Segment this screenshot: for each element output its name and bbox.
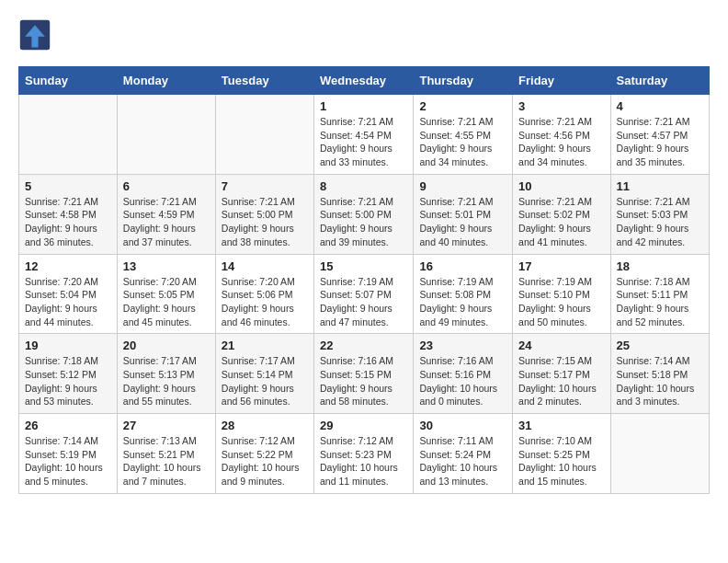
day-number: 16 (419, 259, 506, 273)
calendar-week-row: 12Sunrise: 7:20 AM Sunset: 5:04 PM Dayli… (19, 254, 710, 334)
calendar-week-row: 19Sunrise: 7:18 AM Sunset: 5:12 PM Dayli… (19, 334, 710, 414)
cell-info: Sunrise: 7:21 AM Sunset: 4:54 PM Dayligh… (320, 115, 407, 169)
day-number: 27 (123, 419, 210, 432)
calendar-cell: 10Sunrise: 7:21 AM Sunset: 5:02 PM Dayli… (513, 174, 610, 254)
day-number: 19 (25, 339, 111, 352)
calendar-cell: 2Sunrise: 7:21 AM Sunset: 4:55 PM Daylig… (414, 95, 513, 175)
cell-info: Sunrise: 7:18 AM Sunset: 5:12 PM Dayligh… (25, 354, 111, 408)
calendar-week-row: 1Sunrise: 7:21 AM Sunset: 4:54 PM Daylig… (19, 95, 710, 175)
cell-info: Sunrise: 7:14 AM Sunset: 5:18 PM Dayligh… (617, 354, 703, 408)
day-number: 29 (320, 419, 407, 432)
calendar-cell: 13Sunrise: 7:20 AM Sunset: 5:05 PM Dayli… (117, 254, 215, 334)
calendar-cell: 25Sunrise: 7:14 AM Sunset: 5:18 PM Dayli… (610, 334, 709, 414)
day-number: 14 (222, 259, 308, 273)
cell-info: Sunrise: 7:16 AM Sunset: 5:16 PM Dayligh… (419, 354, 506, 408)
day-number: 8 (320, 179, 407, 193)
calendar-cell (19, 95, 118, 175)
calendar-header-monday: Monday (117, 67, 215, 95)
day-number: 24 (518, 339, 604, 352)
cell-info: Sunrise: 7:12 AM Sunset: 5:22 PM Dayligh… (222, 434, 308, 488)
calendar-cell: 11Sunrise: 7:21 AM Sunset: 5:03 PM Dayli… (610, 174, 709, 254)
calendar-cell: 7Sunrise: 7:21 AM Sunset: 5:00 PM Daylig… (215, 174, 313, 254)
calendar-cell: 6Sunrise: 7:21 AM Sunset: 4:59 PM Daylig… (117, 174, 215, 254)
calendar-cell: 23Sunrise: 7:16 AM Sunset: 5:16 PM Dayli… (414, 334, 513, 414)
calendar-cell: 20Sunrise: 7:17 AM Sunset: 5:13 PM Dayli… (117, 334, 215, 414)
day-number: 22 (320, 339, 407, 352)
cell-info: Sunrise: 7:21 AM Sunset: 4:55 PM Dayligh… (419, 115, 506, 169)
calendar-cell: 8Sunrise: 7:21 AM Sunset: 5:00 PM Daylig… (314, 174, 414, 254)
day-number: 30 (419, 419, 506, 432)
calendar-cell: 30Sunrise: 7:11 AM Sunset: 5:24 PM Dayli… (414, 414, 513, 494)
day-number: 20 (123, 339, 210, 352)
calendar-cell: 15Sunrise: 7:19 AM Sunset: 5:07 PM Dayli… (314, 254, 414, 334)
cell-info: Sunrise: 7:21 AM Sunset: 4:57 PM Dayligh… (617, 115, 703, 169)
day-number: 23 (419, 339, 506, 352)
cell-info: Sunrise: 7:21 AM Sunset: 5:00 PM Dayligh… (222, 195, 308, 249)
calendar-cell: 19Sunrise: 7:18 AM Sunset: 5:12 PM Dayli… (19, 334, 118, 414)
day-number: 1 (320, 99, 407, 113)
day-number: 17 (518, 259, 604, 273)
calendar-cell: 31Sunrise: 7:10 AM Sunset: 5:25 PM Dayli… (513, 414, 610, 494)
calendar-cell: 27Sunrise: 7:13 AM Sunset: 5:21 PM Dayli… (117, 414, 215, 494)
cell-info: Sunrise: 7:13 AM Sunset: 5:21 PM Dayligh… (123, 434, 210, 488)
day-number: 26 (25, 419, 111, 432)
cell-info: Sunrise: 7:19 AM Sunset: 5:10 PM Dayligh… (518, 275, 604, 329)
cell-info: Sunrise: 7:21 AM Sunset: 4:59 PM Dayligh… (123, 195, 210, 249)
calendar-cell: 4Sunrise: 7:21 AM Sunset: 4:57 PM Daylig… (610, 95, 709, 175)
day-number: 7 (222, 179, 308, 193)
cell-info: Sunrise: 7:19 AM Sunset: 5:08 PM Dayligh… (419, 275, 506, 329)
calendar-cell: 24Sunrise: 7:15 AM Sunset: 5:17 PM Dayli… (513, 334, 610, 414)
cell-info: Sunrise: 7:18 AM Sunset: 5:11 PM Dayligh… (617, 275, 703, 329)
calendar-cell: 9Sunrise: 7:21 AM Sunset: 5:01 PM Daylig… (414, 174, 513, 254)
calendar-cell (215, 95, 313, 175)
cell-info: Sunrise: 7:15 AM Sunset: 5:17 PM Dayligh… (518, 354, 604, 408)
cell-info: Sunrise: 7:21 AM Sunset: 5:01 PM Dayligh… (419, 195, 506, 249)
calendar-week-row: 5Sunrise: 7:21 AM Sunset: 4:58 PM Daylig… (19, 174, 710, 254)
cell-info: Sunrise: 7:12 AM Sunset: 5:23 PM Dayligh… (320, 434, 407, 488)
cell-info: Sunrise: 7:21 AM Sunset: 4:56 PM Dayligh… (518, 115, 604, 169)
cell-info: Sunrise: 7:17 AM Sunset: 5:14 PM Dayligh… (222, 354, 308, 408)
calendar-cell: 5Sunrise: 7:21 AM Sunset: 4:58 PM Daylig… (19, 174, 118, 254)
day-number: 4 (617, 99, 703, 113)
cell-info: Sunrise: 7:19 AM Sunset: 5:07 PM Dayligh… (320, 275, 407, 329)
day-number: 18 (617, 259, 703, 273)
calendar-cell: 18Sunrise: 7:18 AM Sunset: 5:11 PM Dayli… (610, 254, 709, 334)
calendar-cell: 21Sunrise: 7:17 AM Sunset: 5:14 PM Dayli… (215, 334, 313, 414)
cell-info: Sunrise: 7:11 AM Sunset: 5:24 PM Dayligh… (419, 434, 506, 488)
cell-info: Sunrise: 7:21 AM Sunset: 5:00 PM Dayligh… (320, 195, 407, 249)
cell-info: Sunrise: 7:10 AM Sunset: 5:25 PM Dayligh… (518, 434, 604, 488)
day-number: 12 (25, 259, 111, 273)
day-number: 3 (518, 99, 604, 113)
calendar-table: SundayMondayTuesdayWednesdayThursdayFrid… (18, 66, 710, 494)
calendar-header-tuesday: Tuesday (215, 67, 313, 95)
cell-info: Sunrise: 7:20 AM Sunset: 5:06 PM Dayligh… (222, 275, 308, 329)
cell-info: Sunrise: 7:21 AM Sunset: 4:58 PM Dayligh… (25, 195, 111, 249)
cell-info: Sunrise: 7:20 AM Sunset: 5:05 PM Dayligh… (123, 275, 210, 329)
day-number: 11 (617, 179, 703, 193)
calendar-cell: 22Sunrise: 7:16 AM Sunset: 5:15 PM Dayli… (314, 334, 414, 414)
cell-info: Sunrise: 7:21 AM Sunset: 5:03 PM Dayligh… (617, 195, 703, 249)
calendar-cell: 28Sunrise: 7:12 AM Sunset: 5:22 PM Dayli… (215, 414, 313, 494)
day-number: 28 (222, 419, 308, 432)
calendar-header-friday: Friday (513, 67, 610, 95)
day-number: 2 (419, 99, 506, 113)
day-number: 15 (320, 259, 407, 273)
calendar-cell: 16Sunrise: 7:19 AM Sunset: 5:08 PM Dayli… (414, 254, 513, 334)
calendar-cell: 26Sunrise: 7:14 AM Sunset: 5:19 PM Dayli… (19, 414, 118, 494)
page-header (18, 18, 710, 52)
logo (18, 18, 55, 52)
day-number: 25 (617, 339, 703, 352)
day-number: 31 (518, 419, 604, 432)
logo-icon (18, 18, 51, 52)
calendar-cell: 12Sunrise: 7:20 AM Sunset: 5:04 PM Dayli… (19, 254, 118, 334)
calendar-cell: 17Sunrise: 7:19 AM Sunset: 5:10 PM Dayli… (513, 254, 610, 334)
day-number: 21 (222, 339, 308, 352)
day-number: 10 (518, 179, 604, 193)
day-number: 5 (25, 179, 111, 193)
calendar-header-row: SundayMondayTuesdayWednesdayThursdayFrid… (19, 67, 710, 95)
calendar-header-thursday: Thursday (414, 67, 513, 95)
calendar-cell (610, 414, 709, 494)
cell-info: Sunrise: 7:21 AM Sunset: 5:02 PM Dayligh… (518, 195, 604, 249)
day-number: 13 (123, 259, 210, 273)
calendar-cell: 1Sunrise: 7:21 AM Sunset: 4:54 PM Daylig… (314, 95, 414, 175)
